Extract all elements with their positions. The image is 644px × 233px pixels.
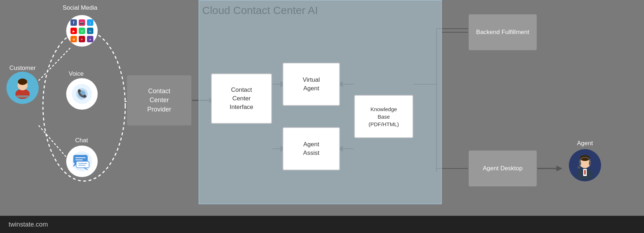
- footer: twinstate.com: [0, 216, 644, 233]
- svg-rect-24: [16, 95, 29, 98]
- svg-text:in: in: [89, 30, 91, 33]
- svg-text:P: P: [81, 38, 83, 41]
- svg-text:▶: ▶: [73, 30, 75, 33]
- chat-circle: [66, 146, 98, 177]
- provider-box: Contact Center Provider: [127, 75, 191, 125]
- svg-text:📷: 📷: [80, 21, 84, 25]
- svg-point-23: [18, 79, 27, 85]
- virtual-agent-label: VirtualAgent: [303, 76, 320, 93]
- agent-desktop-box: Agent Desktop: [469, 151, 537, 186]
- voice-label: Voice: [69, 70, 84, 77]
- svg-rect-50: [76, 161, 89, 168]
- virtual-agent-box: VirtualAgent: [283, 63, 340, 106]
- svg-rect-60: [584, 171, 586, 175]
- svg-text:📞: 📞: [77, 89, 87, 98]
- agent-assist-box: AgentAssist: [283, 127, 340, 170]
- knowledge-base-label: KnowledgeBase(PDF/HTML): [369, 105, 399, 128]
- interface-label: ContactCenterInterface: [230, 86, 253, 111]
- social-media-label: Social Media: [63, 4, 97, 11]
- backend-label: Backend Fulfillment: [476, 28, 529, 37]
- interface-box: ContactCenterInterface: [211, 73, 272, 124]
- agent-avatar: [569, 149, 601, 181]
- svg-text:✆: ✆: [81, 30, 83, 33]
- svg-text:✿: ✿: [73, 38, 75, 41]
- svg-rect-64: [589, 162, 591, 165]
- customer-avatar: [6, 72, 39, 104]
- social-media-circle: f 📷 t ▶ ✆ in ✿ P ♦: [66, 15, 98, 47]
- provider-label: Contact Center Provider: [147, 87, 171, 114]
- footer-website: twinstate.com: [9, 221, 48, 228]
- chat-label: Chat: [75, 137, 88, 144]
- customer-label: Customer: [6, 65, 39, 72]
- agent-desktop-label: Agent Desktop: [483, 164, 523, 173]
- knowledge-base-box: KnowledgeBase(PDF/HTML): [354, 95, 413, 138]
- svg-rect-66: [577, 167, 580, 168]
- svg-text:♦: ♦: [89, 38, 91, 41]
- agent-label: Agent: [577, 140, 593, 147]
- backend-box: Backend Fulfillment: [469, 14, 537, 50]
- agent-section: Agent: [569, 140, 601, 181]
- agent-assist-label: AgentAssist: [303, 140, 319, 157]
- voice-circle: 📞: [66, 78, 98, 110]
